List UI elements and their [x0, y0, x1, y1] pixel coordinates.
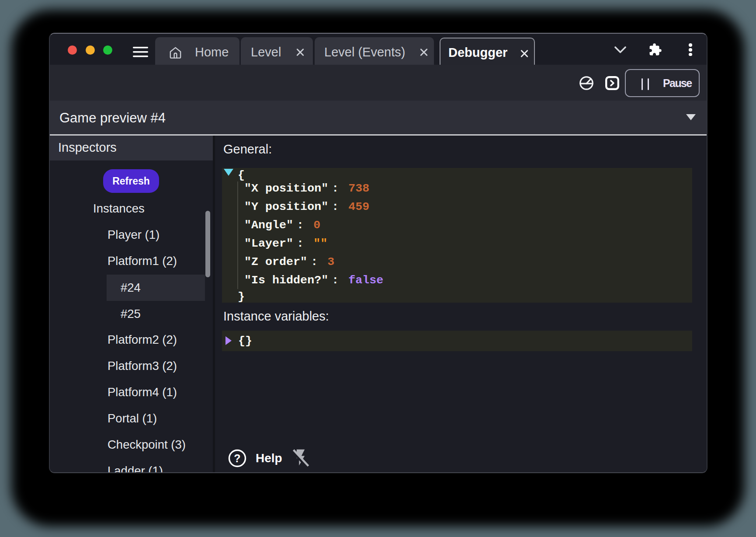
svg-text:?: ? [234, 452, 240, 464]
